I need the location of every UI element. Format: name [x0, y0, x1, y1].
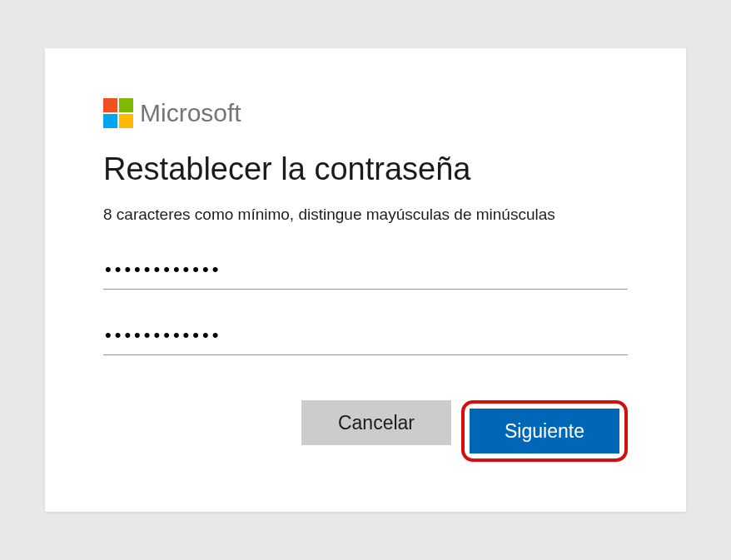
new-password-input[interactable] [103, 250, 628, 290]
cancel-button[interactable]: Cancelar [301, 400, 451, 445]
svg-rect-2 [103, 114, 117, 128]
brand-header: Microsoft [103, 98, 628, 128]
confirm-password-input[interactable] [103, 316, 628, 355]
dialog-title: Restablecer la contraseña [103, 151, 628, 187]
dialog-subtitle: 8 caracteres como mínimo, distingue mayú… [103, 206, 628, 224]
svg-rect-0 [103, 98, 117, 112]
reset-password-dialog: Microsoft Restablecer la contraseña 8 ca… [45, 48, 686, 512]
next-button[interactable]: Siguiente [470, 409, 619, 453]
highlight-annotation: Siguiente [461, 400, 628, 462]
svg-rect-3 [119, 114, 133, 128]
button-row: Cancelar Siguiente [103, 400, 628, 462]
microsoft-logo-icon [103, 98, 133, 128]
svg-rect-1 [119, 98, 133, 112]
brand-name: Microsoft [140, 99, 241, 127]
